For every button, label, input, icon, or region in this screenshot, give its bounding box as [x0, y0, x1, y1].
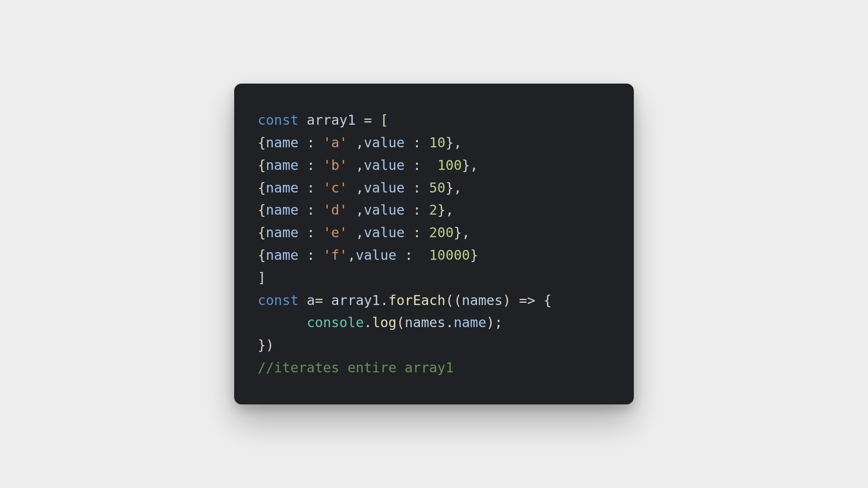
code-token: 'c'	[323, 180, 348, 196]
code-token	[405, 180, 413, 196]
code-token	[298, 202, 307, 218]
code-token: //iterates entire array1	[258, 360, 453, 375]
code-token: name	[454, 314, 486, 330]
code-token: 10000	[429, 247, 470, 263]
code-token: =	[364, 112, 372, 128]
code-token: const	[258, 292, 307, 308]
code-token: log	[372, 314, 396, 330]
code-block: const array1 = [ {name : 'a' ,value : 10…	[258, 109, 610, 379]
code-card: const array1 = [ {name : 'a' ,value : 10…	[234, 84, 634, 404]
code-token: })	[258, 337, 274, 353]
code-line: const array1 = [	[258, 112, 388, 128]
code-token: name	[266, 157, 298, 173]
code-token	[421, 202, 429, 218]
code-token: {	[535, 292, 552, 308]
code-token: },	[445, 180, 462, 196]
code-token: 'a'	[323, 135, 348, 150]
code-token: ,	[348, 225, 364, 240]
code-token	[298, 180, 307, 196]
code-token: ]	[258, 270, 266, 286]
code-token: ,	[348, 157, 364, 173]
code-token: 2	[429, 202, 437, 218]
code-token: array1	[307, 112, 355, 128]
code-token: :	[307, 247, 315, 263]
code-token	[421, 157, 437, 173]
code-token	[405, 157, 413, 173]
code-token: );	[486, 314, 503, 330]
code-token: array1	[331, 292, 380, 308]
code-token	[421, 180, 429, 196]
code-token: value	[356, 247, 396, 263]
code-token	[298, 157, 307, 173]
code-token: {	[258, 135, 266, 150]
code-token: name	[266, 225, 298, 240]
code-token: names	[462, 292, 503, 308]
code-token: forEach	[388, 292, 445, 308]
code-token	[298, 225, 307, 240]
code-line: //iterates entire array1	[258, 360, 453, 375]
code-token	[315, 225, 323, 240]
code-token	[315, 157, 323, 173]
code-token: :	[307, 225, 315, 240]
code-token	[258, 314, 307, 330]
code-token: },	[445, 135, 462, 150]
code-token: value	[364, 180, 405, 196]
code-token: ,	[348, 180, 364, 196]
code-token	[315, 202, 323, 218]
code-token: 10	[429, 135, 445, 150]
page-stage: const array1 = [ {name : 'a' ,value : 10…	[0, 0, 868, 488]
code-token	[356, 112, 364, 128]
code-line: {name : 'b' ,value : 100},	[258, 157, 478, 173]
code-token: },	[462, 157, 478, 173]
code-token: 100	[437, 157, 462, 173]
code-token: {	[258, 157, 266, 173]
code-line: {name : 'a' ,value : 10},	[258, 135, 462, 150]
code-token: :	[307, 135, 315, 150]
code-line: const a= array1.forEach((names) => {	[258, 292, 552, 308]
code-token	[396, 247, 405, 263]
code-token	[421, 135, 429, 150]
code-token: 'd'	[323, 202, 348, 218]
code-token: {	[258, 180, 266, 196]
code-token: (	[396, 314, 405, 330]
code-token: ,	[348, 202, 364, 218]
code-token: 200	[429, 225, 453, 240]
code-token: )	[503, 292, 519, 308]
code-token: .	[380, 292, 388, 308]
code-token: ,	[348, 247, 356, 263]
code-token: =	[315, 292, 331, 308]
code-token: a	[307, 292, 315, 308]
code-token: :	[413, 202, 421, 218]
code-token: value	[364, 202, 405, 218]
code-token: name	[266, 180, 298, 196]
code-token: :	[413, 225, 421, 240]
code-token: }	[470, 247, 478, 263]
code-token: console	[307, 314, 363, 330]
code-token: :	[413, 135, 421, 150]
code-token: value	[364, 225, 405, 240]
code-token	[315, 135, 323, 150]
code-token	[405, 135, 413, 150]
code-token: :	[307, 157, 315, 173]
code-token: :	[307, 202, 315, 218]
code-token: ((	[445, 292, 462, 308]
code-token: 'b'	[323, 157, 348, 173]
code-token: value	[364, 135, 405, 150]
code-line: })	[258, 337, 274, 353]
code-line: {name : 'e' ,value : 200},	[258, 225, 470, 240]
code-token: 'e'	[323, 225, 348, 240]
code-token	[421, 225, 429, 240]
code-token	[405, 202, 413, 218]
code-line: {name : 'd' ,value : 2},	[258, 202, 454, 218]
code-token: const	[258, 112, 307, 128]
code-token: :	[405, 247, 413, 263]
code-token: {	[258, 225, 266, 240]
code-token	[298, 135, 307, 150]
code-line: console.log(names.name);	[258, 314, 503, 330]
code-token: .	[445, 314, 453, 330]
code-token: :	[413, 180, 421, 196]
code-token: },	[454, 225, 470, 240]
code-token: 'f'	[323, 247, 348, 263]
code-token: =>	[519, 292, 535, 308]
code-token	[413, 247, 429, 263]
